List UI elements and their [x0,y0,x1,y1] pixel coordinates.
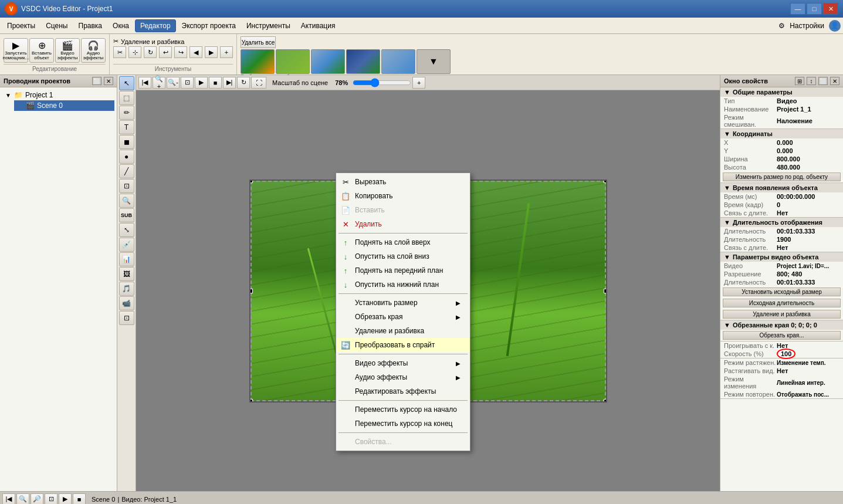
handle-bottom-left[interactable] [249,399,253,402]
video-effects-button[interactable]: 🎬 Видеоэффекты [55,38,80,63]
shape-tool-btn[interactable]: ◼ [119,135,134,149]
resize-parent-btn[interactable]: Изменить размер по род. объекту [723,172,841,181]
menu-projects[interactable]: Проекты [2,20,40,32]
text-tool-btn[interactable]: T [119,120,134,134]
maximize-button[interactable]: □ [807,3,822,15]
zoom-plus-btn[interactable]: + [412,77,425,89]
style-tones1[interactable] [311,49,345,74]
sort-btn[interactable]: ⊞ [795,77,804,85]
style-auto-levels[interactable] [241,49,275,74]
menu-windows[interactable]: Окна [108,20,134,32]
canvas-next-btn[interactable]: ▶| [223,77,236,89]
circle-tool-btn[interactable]: ● [119,150,134,164]
menu-edit[interactable]: Правка [74,20,107,32]
launch-helper-button[interactable]: ▶ Запуститьпомощник... [4,38,28,63]
tree-item-scene0[interactable]: 🎬 Scene 0 [14,100,114,111]
set-original-size-btn[interactable]: Установить исходный размер [723,287,841,296]
eyedropper-tool-btn[interactable]: 💉 [119,238,134,252]
ctx-set-size[interactable]: Установить размер ▶ [336,296,470,310]
crop-tool-btn[interactable]: ⊡ [119,179,134,193]
handle-bottom-right[interactable] [604,399,607,402]
props-coords-header[interactable]: ▼ Координаты [720,129,843,138]
timeline-zoom-out-btn[interactable]: 🔎 [31,493,43,505]
ctx-edit-effects[interactable]: Редактировать эффекты [336,384,470,398]
canvas-zoom-out-btn[interactable]: 🔍- [167,77,180,89]
subtitle-tool-btn[interactable]: SUB [119,208,134,222]
ctx-copy[interactable]: 📋 Копировать [336,189,470,203]
tree-item-project1[interactable]: ▼ 📁 Project 1 [2,90,114,100]
select-tool-btn2[interactable]: ⬚ [119,91,134,105]
minimize-button[interactable]: — [790,3,805,15]
ctx-audio-effects[interactable]: Аудио эффекты ▶ [336,370,470,384]
style-autocontrast[interactable] [276,49,310,74]
next-frame-btn[interactable]: ▶ [205,46,218,58]
style-more[interactable]: ▼ [417,49,451,74]
timeline-zoom-in-btn[interactable]: 🔍 [16,493,29,505]
ctx-layer-up[interactable]: ↑ Поднять на слой вверх [336,235,470,249]
chart-tool-btn[interactable]: 📊 [119,252,134,266]
canvas-zoom-in-btn[interactable]: 🔍+ [153,77,165,89]
style-tones3[interactable] [381,49,415,74]
ctx-cursor-end[interactable]: Переместить курсор на конец [336,417,470,431]
handle-top-right[interactable] [604,180,607,183]
canvas-loop-btn[interactable]: ↻ [237,77,250,89]
prev-frame-btn[interactable]: ◀ [189,46,202,58]
style-tones2[interactable] [346,49,380,74]
ctx-video-effects[interactable]: Видео эффекты ▶ [336,356,470,370]
panel-close-btn[interactable]: ✕ [104,77,113,85]
right-panel-float[interactable]: ⬜ [818,77,828,85]
rotate-tool-btn[interactable]: ↻ [144,46,157,58]
sort-alpha-btn[interactable]: ↕ [807,77,816,85]
ctx-delete-split[interactable]: Удаление и разбивка [336,324,470,338]
menu-editor[interactable]: Редактор [135,19,176,32]
ctx-crop-edges[interactable]: Обрезать края ▶ [336,310,470,324]
ctx-convert-sprite[interactable]: 🔄 Преобразовать в спрайт [336,338,470,352]
original-duration-btn[interactable]: Исходная длительность [723,299,841,307]
line-tool-btn[interactable]: ╱ [119,164,134,178]
pen-tool-btn[interactable]: ✏ [119,106,134,120]
props-general-header[interactable]: ▼ Общие параметры [720,87,843,97]
image-tool-btn[interactable]: 🖼 [119,267,134,281]
warp-tool-btn[interactable]: ⤡ [119,223,134,237]
props-duration-header[interactable]: ▼ Длительность отображения [720,218,843,227]
ctx-bring-front[interactable]: ↑ Поднять на передний план [336,263,470,278]
insert-object-button[interactable]: ⊕ Вставитьобъект [29,38,54,63]
select-tool-btn[interactable]: ⊹ [128,46,141,58]
canvas-stop-btn[interactable]: ■ [209,77,222,89]
timeline-prev-btn[interactable]: |◀ [2,493,15,505]
ctx-send-back[interactable]: ↓ Опустить на нижний план [336,278,470,292]
panel-float-btn[interactable]: ⬜ [92,77,101,85]
add-keyframe-btn[interactable]: + [220,46,233,58]
right-panel-close[interactable]: ✕ [830,77,839,85]
menu-export[interactable]: Экспорт проекта [177,20,241,32]
props-appear-header[interactable]: ▼ Время появления объекта [720,183,843,192]
timeline-fit-btn[interactable]: ⊡ [45,493,57,505]
canvas-fit-btn[interactable]: ⊡ [181,77,194,89]
ctx-layer-down[interactable]: ↓ Опустить на слой вниз [336,249,470,263]
cut-tool-btn[interactable]: ✂ [113,46,126,58]
zoom-slider[interactable] [353,79,411,87]
canvas-prev-btn[interactable]: |◀ [138,77,151,89]
props-video-header[interactable]: ▼ Параметры видео объекта [720,252,843,262]
timeline-play-btn[interactable]: ▶ [59,493,72,505]
delete-split-props-btn[interactable]: Удаление и разбивка [723,310,841,319]
ctx-cursor-start[interactable]: Переместить курсор на начало [336,402,470,417]
undo-tool-btn[interactable]: ↩ [159,46,172,58]
redo-tool-btn[interactable]: ↪ [174,46,187,58]
canvas-fullscreen-btn[interactable]: ⛶ [251,77,266,89]
menu-tools[interactable]: Инструменты [242,20,295,32]
props-crop-header[interactable]: ▼ Обрезанные края 0; 0; 0; 0 [720,320,843,330]
menu-activate[interactable]: Активация [296,20,340,32]
ctx-cut[interactable]: ✂ Вырезать [336,175,470,189]
extra-tool-btn[interactable]: ⊡ [119,311,134,325]
menu-scenes[interactable]: Сцены [41,20,72,32]
settings-label[interactable]: Настройки [790,22,824,30]
handle-middle-left[interactable] [249,289,253,293]
pointer-tool-btn[interactable]: ↖ [119,76,134,90]
timeline-stop-btn[interactable]: ■ [73,493,86,505]
crop-edges-btn[interactable]: Обрезать края... [723,331,841,340]
video-tool-btn[interactable]: 📹 [119,296,134,310]
close-button[interactable]: ✕ [823,3,838,15]
canvas-play-btn[interactable]: ▶ [195,77,208,89]
handle-top-left[interactable] [249,180,253,183]
